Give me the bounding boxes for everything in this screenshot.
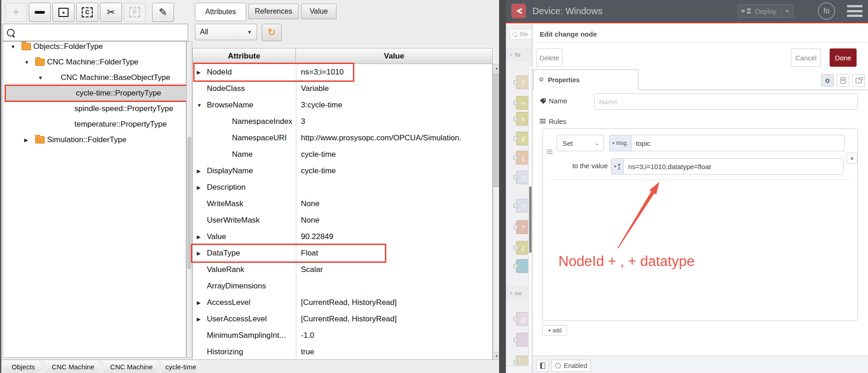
attribute-value [296,179,492,196]
breadcrumb-tab-objects[interactable]: Objects [3,361,43,373]
table-row[interactable]: Historizingtrue [192,344,492,360]
collapse-icon[interactable]: ▼ [24,59,29,65]
attribute-value: ns=3;i=1010 [296,64,492,80]
tree-item-cnc-machine[interactable]: ▼CNC Machine::BaseObjectType [5,70,189,85]
chevron-down-icon: ⌄ [595,140,604,146]
attribute-column-header[interactable]: Attribute [192,48,296,64]
expand-icon[interactable]: ▶ [24,137,28,143]
expand-icon[interactable]: ▶ [197,316,200,322]
refresh-button[interactable]: ↻ [262,24,282,41]
tree-item-cycle-time[interactable]: cycle-time::PropertyType [5,85,189,102]
rule-action-value: Set [557,139,595,147]
remove-rule-button[interactable]: × [847,153,857,164]
collapse-icon[interactable]: ▼ [11,44,16,49]
tree-scrollbar-thumb[interactable] [187,137,191,269]
tree-item-spindle-speed[interactable]: spindle-speed::PropertyType [5,101,189,117]
rule-action-select[interactable]: Set ⌄ [557,135,604,151]
copy-button[interactable]: C [76,3,98,22]
table-row[interactable]: ▶Description [192,179,492,196]
rule-drag-handle[interactable] [547,149,552,155]
expand-icon[interactable]: ▶ [197,250,200,256]
book-icon [540,362,545,369]
tab-references[interactable]: References [248,4,299,19]
rule-value-text[interactable] [624,159,843,174]
table-row[interactable]: NamespaceURIhttp://www.prosysopc.com/OPC… [192,130,492,146]
tag-icon [540,98,546,104]
rule-value-input[interactable]: ▾ az [611,158,844,175]
tab-properties[interactable]: Properties [533,69,638,90]
table-row[interactable]: ▶DataTypeFloat [192,245,492,261]
deploy-button[interactable]: Deploy ▼ [737,4,794,18]
attribute-name: NodeClass [207,84,245,93]
value-type-chip[interactable]: ▾ az [611,159,624,174]
cut-button[interactable]: ✂ [100,3,122,22]
value-column-header[interactable]: Value [295,48,493,64]
breadcrumb-tab-cnc-machine[interactable]: CNC Machine [44,361,102,373]
rule-property-value[interactable] [631,135,844,151]
tree-item-simulation[interactable]: ▶Simulation::FolderType [5,132,189,148]
add-rule-button[interactable]: + add [542,325,567,336]
string-type-icon: az [618,163,621,170]
table-row[interactable]: NodeClassVariable [192,80,492,97]
expand-icon[interactable]: ▶ [197,234,200,240]
expand-icon[interactable]: ▶ [197,185,200,191]
cancel-button[interactable]: Cancel [791,48,821,67]
expand-icon[interactable]: ▶ [197,300,200,306]
chevron-down-icon: ▼ [247,29,257,35]
deploy-options-chevron-icon[interactable]: ▼ [781,5,793,17]
table-row[interactable]: ValueRankScalar [192,261,492,278]
rule-property-input[interactable]: ▾ msg. [609,135,845,151]
document-icon [841,77,846,84]
attribute-name: ArrayDimensions [207,282,266,291]
table-row[interactable]: ▶DisplayNamecycle-time [192,163,492,179]
delete-button[interactable]: Delete [536,48,563,67]
tree-item-cnc-machine[interactable]: ▼CNC Machine::FolderType [5,54,189,70]
remove-button[interactable] [29,3,51,22]
palette-scrollbar-thumb[interactable] [529,186,531,253]
breadcrumb: ObjectsCNC MachineCNC Machinecycle-time [1,359,500,373]
collapse-icon[interactable]: ▼ [197,102,202,108]
name-input[interactable] [594,93,858,110]
breadcrumb-tab-cycle-time[interactable]: cycle-time [161,361,200,373]
expand-icon[interactable]: ▶ [197,69,200,75]
attribute-value: [CurrentRead, HistoryRead] [296,311,492,327]
done-button[interactable]: Done [830,48,857,67]
table-row[interactable]: ▶NodeIdns=3;i=1010 [192,64,492,80]
edit-button[interactable]: ✎ [152,3,174,22]
table-row[interactable]: ▶AccessLevel[CurrentRead, HistoryRead] [192,294,492,311]
nodered-logo-icon [511,4,526,18]
tab-attributes[interactable]: Attributes [195,3,246,21]
tab-value[interactable]: Value [301,4,337,19]
table-row[interactable]: UserWriteMaskNone [192,212,492,229]
palette-scrollbar[interactable] [528,67,532,373]
node-help-button[interactable] [536,360,549,372]
table-row[interactable]: ▶Value90.22849 [192,229,492,245]
user-avatar[interactable]: fo [818,2,835,20]
table-row[interactable]: ▼BrowseName3:cycle-time [192,97,492,113]
table-row[interactable]: ▶UserAccessLevel[CurrentRead, HistoryRea… [192,311,492,327]
attribute-name: NodeId [207,68,232,77]
description-button[interactable] [836,74,849,87]
attribute-name: Description [207,183,246,192]
tree-item-temperature[interactable]: temperature::PropertyType [5,117,189,132]
node-enabled-toggle[interactable]: Enabled [552,360,591,372]
attribute-value: -1.0 [296,327,492,344]
table-row[interactable]: MinimumSamplingInt...-1.0 [192,327,492,344]
expand-icon[interactable]: ▶ [197,168,200,174]
table-row[interactable]: WriteMaskNone [192,196,492,212]
tree-item-objects[interactable]: ▼Objects::FolderType [5,39,189,54]
property-type-chip[interactable]: ▾ msg. [610,135,631,151]
plus-icon: + [13,7,19,17]
attribute-name: BrowseName [207,101,253,110]
menu-icon[interactable] [847,5,863,17]
tree-scrollbar[interactable] [186,41,192,358]
table-row[interactable]: Namecycle-time [192,146,492,163]
attribute-filter-select[interactable]: All ▼ [195,24,257,40]
table-row[interactable]: ArrayDimensions [192,278,492,294]
breadcrumb-tab-cnc-machine[interactable]: CNC Machine [103,361,160,373]
table-row[interactable]: NamespaceIndex3 [192,113,492,130]
appearance-button[interactable] [852,74,865,87]
edit-properties-button[interactable] [821,74,834,87]
collapse-icon[interactable]: ▼ [38,75,43,80]
new-window-button[interactable]: + [53,3,74,22]
